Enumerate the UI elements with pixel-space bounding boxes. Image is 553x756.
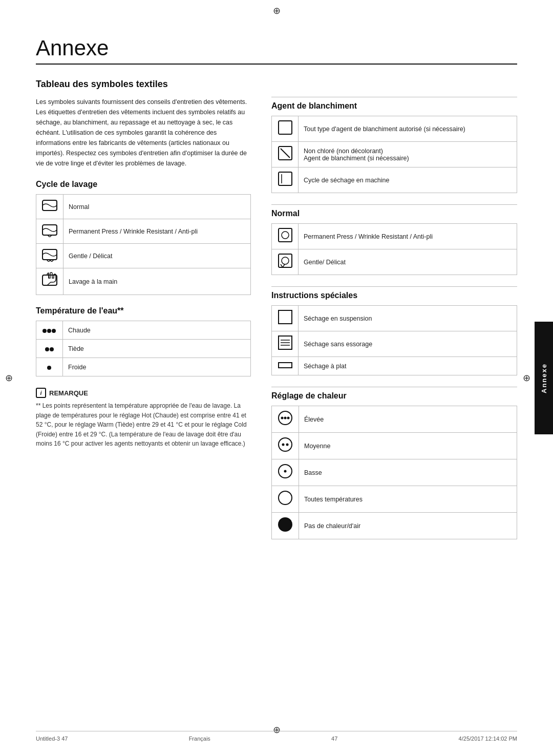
table-row: Élevée <box>272 406 517 433</box>
heat-high-icon <box>272 406 299 433</box>
heat-any-icon <box>272 486 299 513</box>
table-row: Lavage à la main <box>36 268 251 295</box>
svg-line-12 <box>281 149 290 158</box>
temperature-title: Température de l'eau** <box>36 306 251 316</box>
instructions-rule <box>271 286 517 287</box>
agent-table: Tout type d'agent de blanchiment autoris… <box>271 116 517 193</box>
remarque-title: i REMARQUE <box>36 388 251 398</box>
page-title: Annexe <box>36 36 517 60</box>
footer: Untitled-3 47 Français 47 4/25/2017 12:1… <box>36 731 517 742</box>
table-row: Cycle de séchage en machine <box>272 167 517 193</box>
normal-rule <box>271 204 517 205</box>
table-row: Basse <box>272 459 517 486</box>
agent-rule <box>271 97 517 97</box>
chaleur-table: Élevée Moyenne <box>271 406 517 539</box>
main-content: Les symboles suivants fournissent des co… <box>36 97 517 551</box>
heat-any-text: Toutes températures <box>299 486 517 513</box>
title-rule <box>36 64 517 65</box>
left-column: Les symboles suivants fournissent des co… <box>36 97 251 551</box>
reg-mark-left: ⊕ <box>5 372 13 384</box>
reg-mark-top: ⊕ <box>273 5 281 16</box>
bleach-non-chlore-icon <box>272 142 299 167</box>
heat-low-icon <box>272 459 299 486</box>
svg-point-32 <box>282 444 285 446</box>
svg-rect-26 <box>279 363 292 368</box>
cycle-lavage-table: Normal Permanent Press / Wrinkle Resista… <box>36 194 251 295</box>
wash-gentle-icon <box>36 244 63 268</box>
table-row: Moyenne <box>272 433 517 459</box>
flat-dry-icon <box>272 357 299 375</box>
bleach-machine-icon <box>272 167 299 193</box>
table-row: Froide <box>36 358 251 376</box>
temp-warm-text: Tiède <box>63 340 251 358</box>
svg-point-31 <box>279 438 292 451</box>
dry-gentle-text: Gentle/ Délicat <box>299 249 517 275</box>
table-row: Permanent Press / Wrinkle Resistant / An… <box>36 219 251 244</box>
wash-hand-text: Lavage à la main <box>63 268 251 295</box>
normal-section: Normal Permanent Press / Wrinkle Resista… <box>271 204 517 275</box>
flat-dry-text: Séchage à plat <box>299 357 517 375</box>
table-row: Non chloré (non décolorant)Agent de blan… <box>272 142 517 167</box>
table-row: Gentle/ Délicat <box>272 249 517 275</box>
table-row: Séchage à plat <box>272 357 517 375</box>
svg-rect-10 <box>279 121 292 134</box>
svg-rect-15 <box>279 228 292 242</box>
heat-medium-icon <box>272 433 299 459</box>
heat-low-text: Basse <box>299 459 517 486</box>
temp-cold-text: Froide <box>63 358 251 376</box>
footer-left: Untitled-3 47 <box>36 736 68 742</box>
temperature-table: Chaude Tiède Froide <box>36 321 251 376</box>
table-row: Gentle / Délicat <box>36 244 251 268</box>
table-row: Toutes températures <box>272 486 517 513</box>
dry-normal-text: Permanent Press / Wrinkle Resistant / An… <box>299 224 517 249</box>
remarque-icon: i <box>36 388 46 398</box>
instructions-table: Séchage en suspension Séchage sans essor… <box>271 305 517 375</box>
heat-medium-text: Moyenne <box>299 433 517 459</box>
remarque-block: i REMARQUE ** Les points représentent la… <box>36 388 251 449</box>
heat-none-text: Pas de chaleur/d'air <box>299 513 517 539</box>
flat-dry-lines-icon <box>272 331 299 357</box>
table-row: Pas de chaleur/d'air <box>272 513 517 539</box>
dry-gentle-icon <box>272 249 299 275</box>
svg-point-33 <box>286 444 289 446</box>
svg-point-37 <box>279 518 292 531</box>
side-tab-label: Annexe <box>540 363 548 393</box>
agent-title: Agent de blanchiment <box>271 101 517 111</box>
svg-rect-17 <box>279 254 292 267</box>
table-row: Normal <box>36 195 251 219</box>
cycle-lavage-title: Cycle de lavage <box>36 180 251 189</box>
instructions-section: Instructions spéciales Séchage en suspen… <box>271 286 517 375</box>
table-row: Séchage en suspension <box>272 306 517 331</box>
temp-warm-icon <box>36 340 63 358</box>
intro-text: Les symboles suivants fournissent des co… <box>36 97 251 169</box>
normal-title: Normal <box>271 209 517 218</box>
table-row: Chaude <box>36 321 251 340</box>
bleach-non-chlore-text: Non chloré (non décolorant)Agent de blan… <box>299 142 517 167</box>
chaleur-rule <box>271 387 517 387</box>
bleach-any-icon <box>272 116 299 142</box>
table-row: Permanent Press / Wrinkle Resistant / An… <box>272 224 517 249</box>
wash-normal-text: Normal <box>63 195 251 219</box>
remarque-text: ** Les points représentent la températur… <box>36 401 251 449</box>
svg-point-18 <box>282 257 289 264</box>
wash-gentle-text: Gentle / Délicat <box>63 244 251 268</box>
footer-page-number: 47 <box>331 736 337 742</box>
hang-dry-icon <box>272 306 299 331</box>
svg-rect-21 <box>279 310 292 324</box>
temp-cold-icon <box>36 358 63 376</box>
wash-permanent-icon <box>36 219 63 244</box>
dry-normal-icon <box>272 224 299 249</box>
reglage-chaleur-section: Réglage de chaleur Élevée <box>271 387 517 539</box>
hang-dry-text: Séchage en suspension <box>299 306 517 331</box>
table-row: Séchage sans essorage <box>272 331 517 357</box>
svg-point-30 <box>287 417 290 419</box>
chaleur-title: Réglage de chaleur <box>271 391 517 401</box>
heat-none-icon <box>272 513 299 539</box>
normal-table: Permanent Press / Wrinkle Resistant / An… <box>271 223 517 275</box>
page: ⊕ ⊕ ⊕ ⊕ Annexe Annexe Tableau des symbol… <box>0 0 553 756</box>
table-row: Tout type d'agent de blanchiment autoris… <box>272 116 517 142</box>
tableau-title: Tableau des symboles textiles <box>36 79 517 90</box>
wash-hand-icon <box>36 268 63 295</box>
side-tab: Annexe <box>535 322 553 434</box>
svg-point-28 <box>281 417 284 419</box>
